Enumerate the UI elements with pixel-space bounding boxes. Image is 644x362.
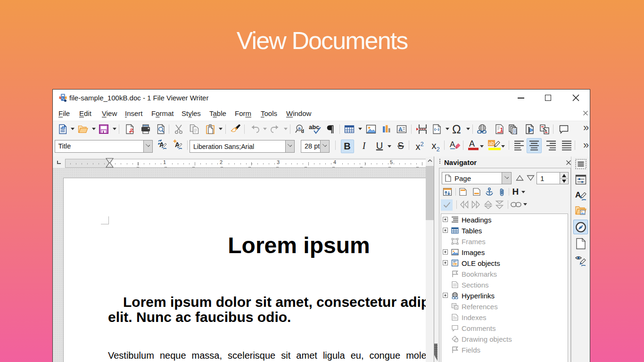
svg-text:A: A — [450, 140, 455, 149]
svg-text:a: a — [298, 126, 301, 131]
svg-text:OLE: OLE — [453, 263, 457, 266]
svg-text:abc: abc — [309, 124, 319, 131]
svg-text:[i]: [i] — [513, 129, 517, 134]
svg-text:A: A — [575, 190, 581, 199]
svg-text:ab: ab — [488, 140, 494, 146]
svg-text:A: A — [469, 139, 475, 148]
svg-text:1: 1 — [500, 127, 503, 132]
svg-text:A: A — [398, 126, 403, 133]
svg-text:d: d — [301, 129, 304, 134]
